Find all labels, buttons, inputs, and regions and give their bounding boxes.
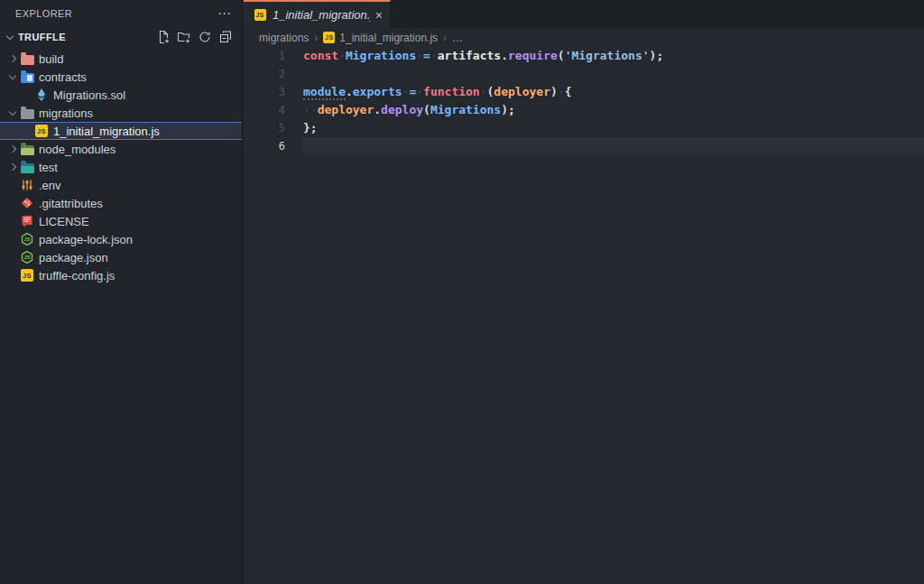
tree-item-label: node_modules <box>39 143 116 156</box>
chevron-down-icon[interactable] <box>5 70 20 84</box>
chevron-spacer <box>5 178 20 192</box>
js-file-icon: JS <box>253 8 267 23</box>
tree-item-label: migrations <box>39 107 93 120</box>
tree-item--env[interactable]: .env <box>0 176 242 194</box>
tree-item--gitattributes[interactable]: .gitattributes <box>0 194 242 212</box>
tree-item-node-modules[interactable]: node_modules <box>0 140 242 158</box>
tree-item-package-lock-json[interactable]: JSpackage-lock.json <box>0 230 242 248</box>
git-icon <box>20 196 34 210</box>
tree-item-label: contracts <box>39 70 87 84</box>
chevron-spacer <box>20 88 34 102</box>
tab-1-initial-migration[interactable]: JS 1_initial_migration.js × <box>244 0 391 28</box>
chevron-down-icon <box>4 31 16 43</box>
chevron-spacer <box>5 250 20 264</box>
explorer-title: EXPLORER <box>15 8 72 19</box>
chevron-down-icon[interactable] <box>5 106 20 120</box>
license-icon <box>20 214 34 228</box>
tree-item-label: .gitattributes <box>39 197 103 210</box>
chevron-right-icon[interactable] <box>5 142 20 156</box>
ethereum-icon <box>34 88 49 102</box>
chevron-spacer <box>5 232 20 246</box>
tab-bar: JS 1_initial_migration.js × <box>244 0 924 28</box>
folder-migrations-icon <box>20 106 34 120</box>
file-tree: buildcontractsMigrations.solmigrationsJS… <box>0 50 242 284</box>
line-number: 5 <box>244 119 285 137</box>
line-number: 2 <box>244 65 285 83</box>
chevron-spacer <box>5 196 20 210</box>
new-folder-icon[interactable] <box>177 30 191 44</box>
line-number: 4 <box>244 101 285 119</box>
refresh-icon[interactable] <box>198 30 212 44</box>
breadcrumb-item[interactable]: JS1_initial_migration.js <box>323 32 438 44</box>
section-actions <box>156 30 233 44</box>
breadcrumb-separator-icon: › <box>314 32 318 44</box>
code-editor[interactable]: 1const·Migrations·=·artifacts.require('M… <box>244 47 924 155</box>
chevron-spacer <box>5 214 20 228</box>
tree-item-label: package.json <box>39 251 108 264</box>
line-number: 1 <box>244 47 285 65</box>
js-icon: JS <box>20 268 34 283</box>
tree-item-label: package-lock.json <box>39 233 133 246</box>
explorer-header: EXPLORER ⋯ <box>0 0 242 27</box>
chevron-spacer <box>20 124 34 138</box>
tree-item-test[interactable]: test <box>0 158 242 176</box>
code-line-6[interactable]: 6 <box>244 137 924 155</box>
section-title: TRUFFLE <box>18 32 66 42</box>
tree-item-package-json[interactable]: JSpackage.json <box>0 248 242 266</box>
line-number: 6 <box>244 137 285 155</box>
tree-item-label: build <box>39 52 63 66</box>
tree-item-truffle-config-js[interactable]: JStruffle-config.js <box>0 266 242 284</box>
code-line-5[interactable]: 5}; <box>244 119 924 137</box>
tab-label: 1_initial_migration.js <box>273 8 370 22</box>
breadcrumb-separator-icon: › <box>443 32 447 44</box>
tree-item-label: .env <box>39 179 61 192</box>
code-line-4[interactable]: 4··deployer.deploy(Migrations); <box>244 101 924 119</box>
code-line-3[interactable]: 3module.exports·=·function·(deployer)·{ <box>244 83 924 101</box>
line-content: module.exports·=·function·(deployer)·{ <box>303 83 924 101</box>
breadcrumb-item[interactable]: … <box>452 32 463 44</box>
folder-node-icon <box>20 142 34 156</box>
folder-test-icon <box>20 160 34 174</box>
line-number: 3 <box>244 83 285 101</box>
chevron-right-icon[interactable] <box>5 51 20 66</box>
line-content: const·Migrations·=·artifacts.require('Mi… <box>303 47 924 65</box>
tree-item-license[interactable]: LICENSE <box>0 212 242 230</box>
tree-item-label: test <box>39 161 58 174</box>
tree-item-1-initial-migration-js[interactable]: JS1_initial_migration.js <box>0 122 242 140</box>
tree-item-migrations-sol[interactable]: Migrations.sol <box>0 86 242 104</box>
new-file-icon[interactable] <box>156 30 171 44</box>
svg-text:JS: JS <box>24 255 31 260</box>
section-truffle[interactable]: TRUFFLE <box>0 27 242 47</box>
code-line-1[interactable]: 1const·Migrations·=·artifacts.require('M… <box>244 47 924 65</box>
env-icon <box>20 178 34 192</box>
tree-item-label: Migrations.sol <box>53 88 125 102</box>
more-actions-icon[interactable]: ⋯ <box>217 9 231 18</box>
tree-item-build[interactable]: build <box>0 50 242 68</box>
tree-item-migrations[interactable]: migrations <box>0 104 242 122</box>
node-icon: JS <box>20 250 34 264</box>
folder-contracts-icon <box>20 70 34 84</box>
node-icon: JS <box>20 232 34 246</box>
chevron-right-icon[interactable] <box>5 160 20 174</box>
explorer-sidebar: EXPLORER ⋯ TRUFFLE buildcontractsMigrati… <box>0 0 243 584</box>
editor-area[interactable]: JS 1_initial_migration.js × migrations›J… <box>244 0 924 584</box>
code-line-2[interactable]: 2 <box>244 65 924 83</box>
tree-item-label: LICENSE <box>39 215 89 228</box>
tree-item-label: 1_initial_migration.js <box>53 125 160 138</box>
breadcrumb-item[interactable]: migrations <box>259 32 309 44</box>
line-content <box>303 65 924 83</box>
breadcrumb: migrations›JS1_initial_migration.js›… <box>244 28 924 47</box>
collapse-all-icon[interactable] <box>218 30 233 44</box>
vscode-window: EXPLORER ⋯ TRUFFLE buildcontractsMigrati… <box>0 0 924 584</box>
chevron-spacer <box>5 268 20 283</box>
tree-item-contracts[interactable]: contracts <box>0 68 242 86</box>
tree-item-label: truffle-config.js <box>39 269 115 283</box>
line-content: ··deployer.deploy(Migrations); <box>303 101 924 119</box>
folder-build-icon <box>20 51 34 66</box>
line-content <box>303 137 924 155</box>
close-icon[interactable]: × <box>375 9 383 22</box>
js-icon: JS <box>34 124 49 138</box>
svg-text:JS: JS <box>24 236 31 242</box>
line-content: }; <box>303 119 924 137</box>
